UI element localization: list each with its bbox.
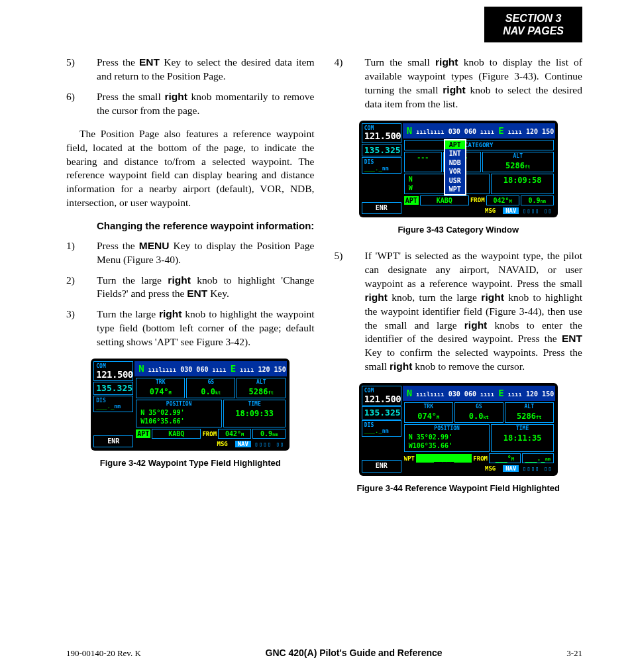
figure-3-44: COM121.500 135.325 DIS___._nm ENR N ıııl… <box>335 383 583 494</box>
step-number: 5) <box>66 56 97 84</box>
procedure-heading: Changing the reference waypoint informat… <box>97 219 315 233</box>
section-title-2: NAV PAGES <box>503 25 564 37</box>
procedure-steps-cont: 4) Turn the small right knob to display … <box>335 56 583 111</box>
figure-caption: Figure 3-42 Waypoint Type Field Highligh… <box>66 457 315 469</box>
proc-step-2: 2) Turn the large right knob to highligh… <box>66 274 315 302</box>
proc-step-3: 3) Turn the large right knob to highligh… <box>66 308 315 349</box>
gps-device-44: COM121.500 135.325 DIS___._nm ENR N ıııl… <box>359 383 558 475</box>
section-title-1: SECTION 3 <box>503 12 564 25</box>
right-column: 4) Turn the small right knob to display … <box>335 56 583 632</box>
figure-caption: Figure 3-44 Reference Waypoint Field Hig… <box>335 482 583 494</box>
body-paragraph: The Position Page also features a refere… <box>66 127 315 211</box>
steps-continued: 5) Press the ENT Key to select the desir… <box>66 56 315 118</box>
gps-device-42: COM121.500 135.325 DIS___._nm ENR N ıııl… <box>91 359 290 451</box>
proc-step-4: 4) Turn the small right knob to display … <box>335 56 583 111</box>
procedure-steps: 1) Press the MENU Key to display the Pos… <box>66 239 315 349</box>
gps-device-43: COM121.500 135.325 DIS___._nm ENR N ıııl… <box>359 121 558 218</box>
category-popup: APT INT NDB VOR USR WPT <box>444 139 466 196</box>
page-number: 3-21 <box>566 648 582 659</box>
figure-caption: Figure 3-43 Category Window <box>335 224 583 236</box>
step-number: 6) <box>66 90 97 118</box>
proc-step-1: 1) Press the MENU Key to display the Pos… <box>66 239 315 267</box>
doc-number: 190-00140-20 Rev. K <box>66 648 141 659</box>
apt-field-highlighted: APT <box>136 429 150 439</box>
page-footer: 190-00140-20 Rev. K GNC 420(A) Pilot's G… <box>66 647 582 659</box>
doc-title: GNC 420(A) Pilot's Guide and Reference <box>266 647 443 658</box>
proc-step-5: 5) If 'WPT' is selected as the waypoint … <box>335 249 583 374</box>
step-6: 6) Press the small right knob momentaril… <box>66 90 315 118</box>
figure-3-42: COM121.500 135.325 DIS___._nm ENR N ıııl… <box>66 359 315 469</box>
content-columns: 5) Press the ENT Key to select the desir… <box>66 56 582 632</box>
procedure-steps-cont2: 5) If 'WPT' is selected as the waypoint … <box>335 249 583 374</box>
figure-3-43: COM121.500 135.325 DIS___._nm ENR N ıııl… <box>335 121 583 236</box>
step-text: Press the small right knob momentarily t… <box>97 90 315 118</box>
section-header: SECTION 3 NAV PAGES <box>484 7 582 42</box>
left-column: 5) Press the ENT Key to select the desir… <box>66 56 315 632</box>
wpt-id-field-highlighted: _____ <box>416 454 472 463</box>
step-5: 5) Press the ENT Key to select the desir… <box>66 56 315 84</box>
step-text: Press the ENT Key to select the desired … <box>97 56 315 84</box>
